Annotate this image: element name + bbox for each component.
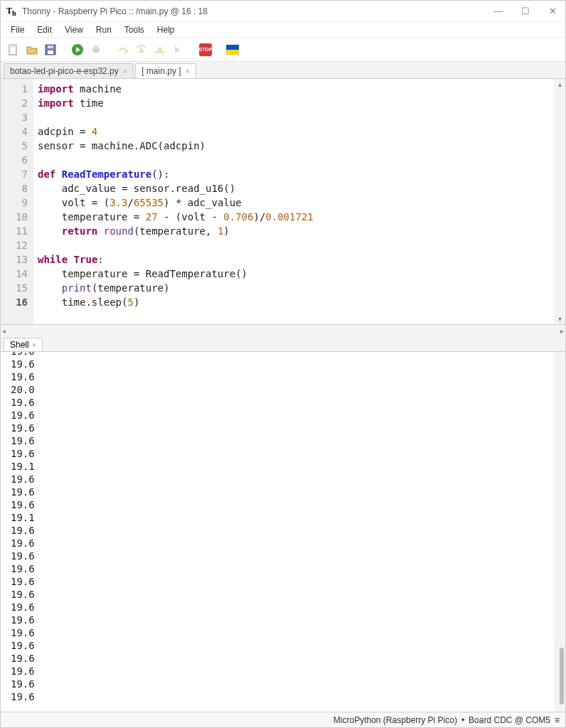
step-into-icon[interactable] bbox=[134, 43, 149, 57]
step-out-icon[interactable] bbox=[153, 43, 167, 57]
status-bar: MicroPython (Raspberry Pi Pico) • Board … bbox=[1, 712, 565, 727]
run-button[interactable] bbox=[70, 43, 85, 57]
ukraine-flag-icon[interactable] bbox=[225, 43, 240, 57]
svg-rect-3 bbox=[48, 50, 53, 54]
close-icon[interactable]: × bbox=[186, 67, 190, 75]
open-file-icon[interactable] bbox=[25, 43, 39, 57]
window-title: Thonny - Raspberry Pi Pico :: /main.py @… bbox=[22, 6, 491, 16]
step-over-icon[interactable] bbox=[116, 43, 130, 57]
shell-output[interactable]: 19.019.619.620.019.619.619.619.619.619.1… bbox=[1, 352, 554, 712]
minimize-button[interactable]: — bbox=[491, 6, 506, 16]
tab-label: [ main.py ] bbox=[142, 66, 181, 76]
menu-tools[interactable]: Tools bbox=[119, 23, 150, 36]
stop-button[interactable]: STOP bbox=[198, 43, 213, 57]
shell-panel: 19.019.619.620.019.619.619.619.619.619.1… bbox=[1, 352, 565, 712]
shell-vscrollbar[interactable] bbox=[554, 352, 565, 712]
shell-tab[interactable]: Shell × bbox=[4, 338, 43, 351]
window-controls: — ☐ ✕ bbox=[491, 6, 560, 16]
close-icon[interactable]: × bbox=[123, 67, 127, 75]
editor-tabs: botao-led-pi-pico-e-esp32.py×[ main.py ]… bbox=[1, 62, 565, 79]
debug-icon[interactable] bbox=[89, 43, 103, 57]
maximize-button[interactable]: ☐ bbox=[518, 6, 533, 16]
title-bar: Th Thonny - Raspberry Pi Pico :: /main.p… bbox=[1, 1, 565, 22]
menu-bar: FileEditViewRunToolsHelp bbox=[1, 22, 565, 38]
shell-tabs: Shell × bbox=[1, 336, 565, 352]
resume-icon[interactable] bbox=[171, 43, 186, 57]
shell-tab-label: Shell bbox=[10, 340, 29, 350]
status-port[interactable]: Board CDC @ COM5 bbox=[469, 715, 550, 725]
tab-label: botao-led-pi-pico-e-esp32.py bbox=[10, 66, 119, 76]
line-gutter: 12345678910111213141516 bbox=[1, 79, 33, 324]
status-separator: • bbox=[461, 715, 464, 725]
editor-vscrollbar[interactable]: ▴▾ bbox=[554, 79, 565, 324]
code-editor[interactable]: 12345678910111213141516 import machineim… bbox=[1, 79, 565, 325]
editor-tab[interactable]: botao-led-pi-pico-e-esp32.py× bbox=[4, 63, 134, 78]
editor-hscrollbar[interactable]: ◂▸ bbox=[1, 325, 565, 336]
save-file-icon[interactable] bbox=[43, 43, 58, 57]
code-area[interactable]: import machineimport time adcpin = 4sens… bbox=[33, 79, 554, 324]
toolbar: STOP bbox=[1, 38, 565, 62]
svg-rect-4 bbox=[48, 46, 53, 48]
menu-glyph-icon[interactable]: ≡ bbox=[555, 715, 560, 725]
menu-file[interactable]: File bbox=[5, 23, 30, 36]
svg-rect-1 bbox=[9, 45, 16, 47]
close-icon[interactable]: × bbox=[32, 341, 36, 349]
menu-edit[interactable]: Edit bbox=[31, 23, 58, 36]
new-file-icon[interactable] bbox=[6, 43, 21, 57]
menu-help[interactable]: Help bbox=[151, 23, 181, 36]
menu-view[interactable]: View bbox=[59, 23, 89, 36]
app-icon: Th bbox=[6, 6, 18, 17]
status-interpreter[interactable]: MicroPython (Raspberry Pi Pico) bbox=[333, 715, 457, 725]
close-button[interactable]: ✕ bbox=[545, 6, 560, 16]
menu-run[interactable]: Run bbox=[90, 23, 117, 36]
editor-tab[interactable]: [ main.py ]× bbox=[135, 63, 196, 78]
